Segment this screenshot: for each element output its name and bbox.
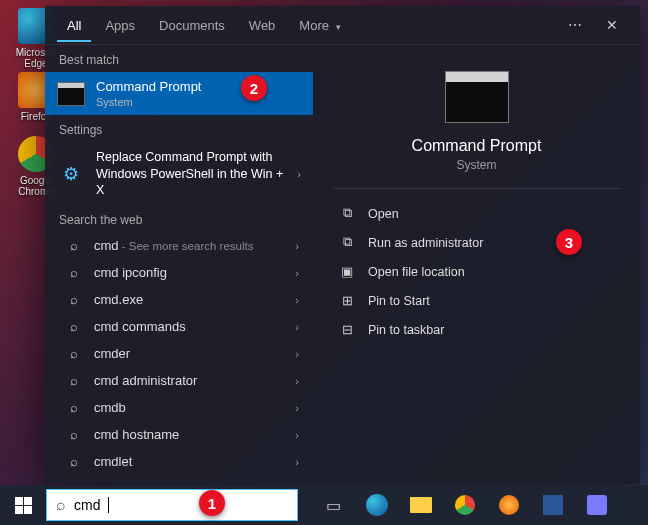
web-result-text: cmder xyxy=(94,346,130,361)
search-icon: ⌕ xyxy=(67,346,81,361)
web-result-text: cmda xyxy=(94,481,126,484)
action-open[interactable]: ⧉Open xyxy=(333,199,632,228)
open-icon: ⧉ xyxy=(339,206,355,221)
taskbar-app[interactable] xyxy=(532,485,574,525)
action-label: Open file location xyxy=(368,265,465,279)
result-command-prompt[interactable]: Command Prompt System 2 xyxy=(45,72,313,115)
web-result-text: cmd ipconfig xyxy=(94,265,167,280)
web-result-hint: - See more search results xyxy=(119,240,254,252)
divider xyxy=(333,188,620,189)
results-list: Best match Command Prompt System 2 Setti… xyxy=(45,45,313,484)
web-result-5[interactable]: ⌕cmd administrator› xyxy=(45,367,313,394)
chevron-right-icon: › xyxy=(295,267,299,279)
search-input-text: cmd xyxy=(74,497,100,513)
start-search-panel: All Apps Documents Web More ▾ ⋯ ✕ Best m… xyxy=(45,6,640,484)
task-view-button[interactable]: ▭ xyxy=(312,485,354,525)
chevron-right-icon: › xyxy=(295,240,299,252)
task-view-icon: ▭ xyxy=(326,496,341,515)
start-button[interactable] xyxy=(0,485,46,525)
search-icon: ⌕ xyxy=(67,400,81,415)
tab-documents[interactable]: Documents xyxy=(149,9,235,42)
web-result-6[interactable]: ⌕cmdb› xyxy=(45,394,313,421)
action-pin-to-taskbar[interactable]: ⊟Pin to taskbar xyxy=(333,315,632,344)
chevron-right-icon: › xyxy=(295,402,299,414)
web-result-9[interactable]: ⌕cmda› xyxy=(45,475,313,484)
action-label: Open xyxy=(368,207,399,221)
cmd-icon xyxy=(57,80,85,108)
taskbar-apps: ▭ xyxy=(312,485,618,525)
taskbar-edge[interactable] xyxy=(356,485,398,525)
web-result-7[interactable]: ⌕cmd hostname› xyxy=(45,421,313,448)
web-result-3[interactable]: ⌕cmd commands› xyxy=(45,313,313,340)
taskbar-explorer[interactable] xyxy=(400,485,442,525)
web-result-0[interactable]: ⌕cmd - See more search results› xyxy=(45,232,313,259)
action-pin-to-start[interactable]: ⊞Pin to Start xyxy=(333,286,632,315)
action-label: Run as administrator xyxy=(368,236,483,250)
web-result-2[interactable]: ⌕cmd.exe› xyxy=(45,286,313,313)
web-result-text: cmd.exe xyxy=(94,292,143,307)
web-result-text: cmdb xyxy=(94,400,126,415)
app-icon xyxy=(587,495,607,515)
taskbar: ⌕ cmd 1 ▭ xyxy=(0,485,648,525)
annotation-badge-3: 3 xyxy=(556,229,582,255)
tab-more[interactable]: More ▾ xyxy=(289,9,350,42)
preview-pane: Command Prompt System 3 ⧉Open⧉Run as adm… xyxy=(313,45,640,484)
tab-web[interactable]: Web xyxy=(239,9,286,42)
pin-taskbar-icon: ⊟ xyxy=(339,322,355,337)
folder-icon: ▣ xyxy=(339,264,355,279)
text-caret xyxy=(108,497,109,513)
result-title: Command Prompt xyxy=(96,79,301,95)
web-result-text: cmd commands xyxy=(94,319,186,334)
tab-all[interactable]: All xyxy=(57,9,91,42)
search-icon: ⌕ xyxy=(67,238,81,253)
result-replace-cmd-powershell[interactable]: ⚙ Replace Command Prompt with Windows Po… xyxy=(45,142,313,205)
chrome-icon xyxy=(455,495,475,515)
chevron-right-icon: › xyxy=(295,294,299,306)
section-best-match: Best match xyxy=(45,45,313,72)
taskbar-app-2[interactable] xyxy=(576,485,618,525)
preview-title: Command Prompt xyxy=(412,137,542,155)
search-icon: ⌕ xyxy=(67,265,81,280)
tab-apps[interactable]: Apps xyxy=(95,9,145,42)
action-label: Pin to Start xyxy=(368,294,430,308)
search-tabs: All Apps Documents Web More ▾ ⋯ ✕ xyxy=(45,6,640,45)
web-result-text: cmd hostname xyxy=(94,427,179,442)
admin-icon: ⧉ xyxy=(339,235,355,250)
annotation-badge-2: 2 xyxy=(241,75,267,101)
chevron-right-icon: › xyxy=(297,168,301,180)
search-icon: ⌕ xyxy=(67,454,81,469)
web-result-1[interactable]: ⌕cmd ipconfig› xyxy=(45,259,313,286)
web-result-text: cmd xyxy=(94,238,119,253)
chevron-right-icon: › xyxy=(295,321,299,333)
search-icon: ⌕ xyxy=(67,373,81,388)
gear-icon: ⚙ xyxy=(57,160,85,188)
result-subtitle: System xyxy=(96,96,301,108)
chevron-right-icon: › xyxy=(295,348,299,360)
search-icon: ⌕ xyxy=(67,481,81,484)
search-icon: ⌕ xyxy=(67,427,81,442)
preview-app-icon xyxy=(445,71,509,123)
web-result-text: cmd administrator xyxy=(94,373,197,388)
chevron-right-icon: › xyxy=(295,456,299,468)
web-result-8[interactable]: ⌕cmdlet› xyxy=(45,448,313,475)
action-run-as-administrator[interactable]: ⧉Run as administrator xyxy=(333,228,632,257)
folder-icon xyxy=(410,497,432,513)
taskbar-search-box[interactable]: ⌕ cmd 1 xyxy=(46,489,298,521)
taskbar-firefox[interactable] xyxy=(488,485,530,525)
edge-icon xyxy=(366,494,388,516)
pin-start-icon: ⊞ xyxy=(339,293,355,308)
options-button[interactable]: ⋯ xyxy=(558,11,592,39)
chevron-down-icon: ▾ xyxy=(336,22,341,32)
app-icon xyxy=(543,495,563,515)
close-button[interactable]: ✕ xyxy=(596,11,628,39)
web-result-4[interactable]: ⌕cmder› xyxy=(45,340,313,367)
chevron-right-icon: › xyxy=(295,483,299,485)
action-open-file-location[interactable]: ▣Open file location xyxy=(333,257,632,286)
firefox-icon xyxy=(499,495,519,515)
annotation-badge-1: 1 xyxy=(199,490,225,516)
desktop: Microsoft Edge Firefox Google Chrome All… xyxy=(0,0,648,525)
action-label: Pin to taskbar xyxy=(368,323,444,337)
taskbar-chrome[interactable] xyxy=(444,485,486,525)
section-settings: Settings xyxy=(45,115,313,142)
preview-subtitle: System xyxy=(456,158,496,172)
